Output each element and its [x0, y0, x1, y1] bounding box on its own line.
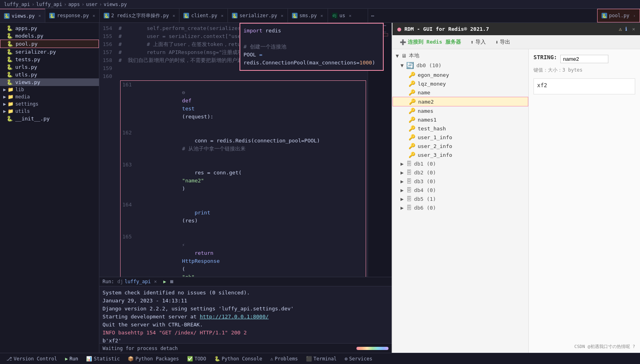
- status-terminal[interactable]: ⬛ Terminal: [303, 355, 340, 362]
- tab-views[interactable]: 🐍 views.py ×: [0, 9, 45, 22]
- sidebar-item-apps[interactable]: 🐍 apps.py: [0, 24, 99, 32]
- rdm-db6[interactable]: ▶ 🗄 db6 (0): [392, 203, 528, 212]
- console-line: b'xf2': [103, 337, 388, 343]
- status-run[interactable]: ▶ Run: [62, 355, 81, 362]
- tab-serializer[interactable]: 🐍 serializer.py ×: [228, 9, 288, 22]
- rdm-db4[interactable]: ▶ 🗄 db4 (0): [392, 186, 528, 194]
- sidebar-group-lib[interactable]: ▶ 📁 lib: [0, 86, 99, 93]
- refresh-icon: 🔄: [406, 62, 414, 69]
- sidebar-group-settings[interactable]: ▶ 📁 settings: [0, 100, 99, 108]
- run-tag[interactable]: dj luffy_api ×: [117, 279, 157, 284]
- tab-close-icon[interactable]: ×: [281, 13, 284, 18]
- rdm-db2[interactable]: ▶ 🗄 db2 (0): [392, 168, 528, 177]
- sidebar-item-label: tests.py: [15, 56, 40, 62]
- tab-close-icon[interactable]: ×: [221, 13, 223, 18]
- status-python-packages[interactable]: 📦 Python Packages: [125, 355, 182, 362]
- rdm-panel: ● RDM - GUI for Redis® 2021.7 ⚠ ℹ × ➕ 连接…: [392, 23, 640, 353]
- rdm-key-names1[interactable]: 🔑 names1: [392, 115, 528, 124]
- status-services[interactable]: ⚙ Services: [342, 355, 376, 362]
- python-file-icon: 🐍: [7, 41, 13, 47]
- db2-label: db2 (0): [414, 170, 436, 176]
- sidebar-group-media[interactable]: ▶ 📁 media: [0, 93, 99, 100]
- key-icon: 🔑: [409, 152, 415, 158]
- db3-label: db3 (0): [414, 178, 436, 184]
- code-line-165: 165 ⚡ return HttpResponse ( "ok" ): [121, 233, 366, 277]
- rdm-tree: ▼ 🖥 本地 ▼ 🔄 db0 (10) 🔑 egon_money 🔑: [392, 49, 529, 353]
- chevron-right-icon: ▶: [401, 205, 404, 211]
- rdm-db5[interactable]: ▶ 🗄 db5 (1): [392, 194, 528, 203]
- rdm-key-test_hash[interactable]: 🔑 test_hash: [392, 124, 528, 133]
- rdm-import-button[interactable]: ⬆ 导入: [468, 38, 488, 46]
- console-line: Starting development server at http://12…: [103, 313, 388, 321]
- rdm-db3[interactable]: ▶ 🗄 db3 (0): [392, 177, 528, 186]
- run-stop-icon[interactable]: ⏹: [169, 279, 174, 284]
- rdm-size-label: 键值：大小：3 bytes: [533, 67, 635, 74]
- breadcrumb-item[interactable]: user: [86, 2, 98, 7]
- sidebar-item-init[interactable]: 🐍 __init__.py: [0, 115, 99, 122]
- sidebar-item-urls[interactable]: 🐍 urls.py: [0, 63, 99, 71]
- sidebar-item-utls[interactable]: 🐍 utls.py: [0, 71, 99, 78]
- console-link[interactable]: http://127.0.0.1:8000/: [200, 314, 269, 320]
- tab-close-icon[interactable]: ×: [349, 13, 352, 18]
- tab-client[interactable]: 🐍 client.py ×: [179, 9, 228, 22]
- rdm-export-button[interactable]: ⬇ 导出: [493, 38, 513, 46]
- status-todo[interactable]: ✅ TODO: [184, 355, 209, 362]
- console-line: Django version 2.2.2, using settings 'lu…: [103, 305, 388, 313]
- rdm-key-user1[interactable]: 🔑 user_1_info: [392, 133, 528, 142]
- sidebar-item-models[interactable]: 🐍 models.py: [0, 32, 99, 40]
- sidebar-item-views[interactable]: 🐍 views.py: [0, 78, 99, 86]
- breadcrumb-item[interactable]: luffy_api: [36, 2, 62, 7]
- sidebar-item-serializer[interactable]: 🐍 serializer.py: [0, 48, 99, 56]
- run-tag-label: luffy_api: [125, 279, 151, 284]
- run-console: Run: dj luffy_api × ▶ ⏹ System check ide…: [99, 277, 392, 353]
- tab-us[interactable]: dj us ×: [328, 9, 368, 22]
- run-header: Run: dj luffy_api × ▶ ⏹: [99, 277, 392, 286]
- db1-label: db1 (0): [414, 161, 436, 167]
- tab-close-icon[interactable]: ×: [173, 13, 175, 18]
- breadcrumb-item[interactable]: apps: [68, 2, 80, 7]
- rdm-key-lqz_money[interactable]: 🔑 lqz_money: [392, 79, 528, 88]
- export-icon: ⬇: [495, 39, 499, 45]
- rdm-key-names[interactable]: 🔑 names: [392, 106, 528, 115]
- rdm-root[interactable]: ▼ 🖥 本地: [392, 51, 528, 60]
- tab-sms[interactable]: 🐍 sms.py ×: [288, 9, 328, 22]
- rdm-key-egon_money[interactable]: 🔑 egon_money: [392, 70, 528, 79]
- breadcrumb-item[interactable]: views.py: [104, 2, 127, 7]
- tab-pool[interactable]: 🐍 pool.py ›: [597, 9, 640, 22]
- console-icon: 🐍: [214, 356, 220, 362]
- rdm-key-name[interactable]: 🔑 name: [392, 88, 528, 97]
- run-play-icon[interactable]: ▶: [163, 279, 166, 284]
- status-statistic[interactable]: 📊 Statistic: [83, 355, 123, 362]
- rdm-db1[interactable]: ▶ 🗄 db1 (0): [392, 159, 528, 168]
- rdm-connect-button[interactable]: ➕ 连接到 Redis 服务器: [397, 38, 463, 46]
- python-file-icon: 🐍: [6, 56, 13, 62]
- rdm-key-user2[interactable]: 🔑 user_2_info: [392, 142, 528, 150]
- rdm-db0[interactable]: ▼ 🔄 db0 (10): [392, 60, 528, 70]
- rdm-key-name2[interactable]: 🔑 name2: [392, 97, 528, 106]
- breadcrumb-item[interactable]: luffy_api: [4, 2, 30, 7]
- chevron-right-icon: ▶: [401, 187, 404, 193]
- sidebar-item-pool[interactable]: 🐍 pool.py: [0, 40, 99, 48]
- rdm-key-user3[interactable]: 🔑 user_3_info: [392, 150, 528, 159]
- tab-more-button[interactable]: ⋯: [368, 9, 378, 22]
- tab-close-icon[interactable]: ×: [320, 13, 323, 18]
- rdm-detail-type-row: STRING:: [533, 54, 635, 64]
- tab-close-icon[interactable]: ×: [93, 13, 95, 18]
- key-label: names1: [418, 117, 437, 123]
- group-label: utils: [15, 108, 30, 114]
- group-label: lib: [15, 87, 24, 92]
- tab-redis-op[interactable]: 🐍 2 redis之字符串操作.py ×: [100, 9, 180, 22]
- sidebar-group-utils[interactable]: ▶ 📁 utils: [0, 108, 99, 115]
- status-python-console[interactable]: 🐍 Python Console: [211, 355, 266, 362]
- close-icon[interactable]: ×: [154, 279, 157, 284]
- tab-response[interactable]: 🐍 response.py ×: [45, 9, 99, 22]
- status-problems[interactable]: ⚠ Problems: [267, 355, 301, 362]
- tab-label: pool.py: [609, 13, 630, 18]
- tab-close-icon[interactable]: ›: [633, 13, 636, 18]
- tab-close-icon[interactable]: ×: [38, 13, 41, 18]
- sidebar-item-tests[interactable]: 🐍 tests.py: [0, 56, 99, 63]
- status-version-control[interactable]: ⎇ Version Control: [3, 355, 60, 362]
- rdm-key-name-input[interactable]: [560, 55, 608, 63]
- close-button[interactable]: ×: [632, 26, 635, 32]
- python-icon: 🐍: [183, 13, 189, 18]
